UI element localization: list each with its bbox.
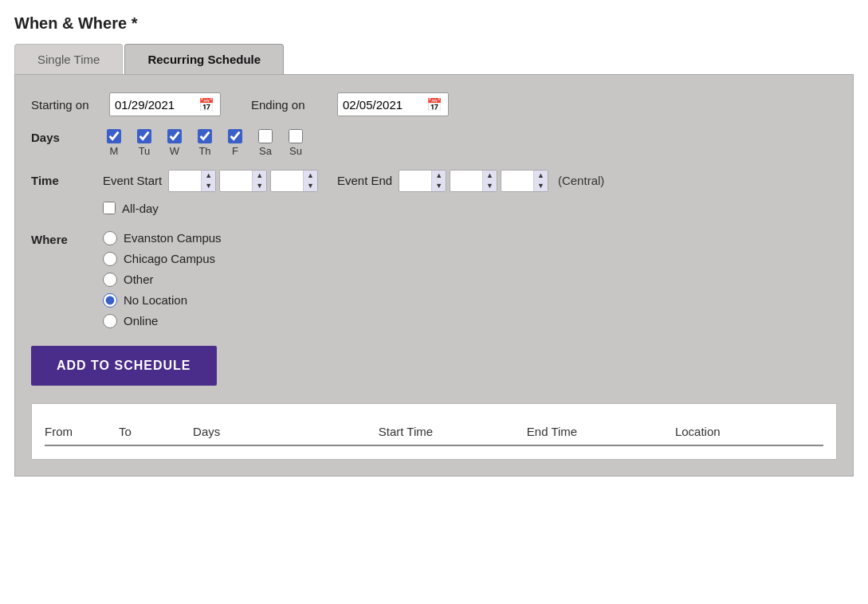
schedule-table-head: From To Days Start Time End Time Locatio… <box>45 418 823 445</box>
event-start-minute-spinners: ▲ ▼ <box>252 171 266 191</box>
where-no-location-label: No Location <box>124 293 187 307</box>
event-end-hour-down[interactable]: ▼ <box>432 181 446 191</box>
where-evanston-label: Evanston Campus <box>124 231 222 245</box>
day-mon-label: M <box>110 145 119 157</box>
day-sun-label: Su <box>289 145 302 157</box>
where-other-label: Other <box>124 273 154 286</box>
event-start-hour-spinners: ▲ ▼ <box>201 171 215 191</box>
where-online-radio[interactable] <box>103 314 117 328</box>
where-evanston-radio[interactable] <box>103 231 117 245</box>
event-start-ampm: ▲ ▼ <box>270 170 318 192</box>
event-start-hour-up[interactable]: ▲ <box>202 171 215 181</box>
where-no-location[interactable]: No Location <box>103 293 222 308</box>
event-start-ampm-up[interactable]: ▲ <box>304 171 317 181</box>
where-online-label: Online <box>124 314 158 327</box>
days-row: Days M Tu W Th <box>31 129 837 157</box>
where-chicago-label: Chicago Campus <box>124 252 215 265</box>
day-wed-checkbox[interactable] <box>167 129 182 143</box>
schedule-table-section: From To Days Start Time End Time Locatio… <box>31 403 837 460</box>
col-start-time: Start Time <box>379 418 527 445</box>
event-start-ampm-input[interactable] <box>271 172 303 190</box>
where-online[interactable]: Online <box>103 314 222 328</box>
date-range-row: Starting on 📅 Ending on 📅 <box>31 92 837 116</box>
tab-recurring-schedule[interactable]: Recurring Schedule <box>124 44 284 74</box>
event-end-minute-down[interactable]: ▼ <box>483 181 497 191</box>
event-end-label: Event End <box>337 174 392 187</box>
event-end-minute-input[interactable] <box>450 172 482 190</box>
day-fri-checkbox[interactable] <box>228 129 242 143</box>
where-options: Evanston Campus Chicago Campus Other No … <box>103 231 222 328</box>
event-end-ampm-input[interactable] <box>501 172 533 190</box>
schedule-table-header-row: From To Days Start Time End Time Locatio… <box>45 418 823 445</box>
where-section: Where Evanston Campus Chicago Campus Oth… <box>31 231 837 328</box>
add-to-schedule-button[interactable]: ADD TO SCHEDULE <box>31 346 217 386</box>
day-thu-label: Th <box>198 145 210 157</box>
ending-on-input[interactable] <box>343 98 422 112</box>
event-end-ampm: ▲ ▼ <box>501 170 548 192</box>
event-start-minute: ▲ ▼ <box>219 170 267 192</box>
days-checkboxes: M Tu W Th F <box>103 129 307 157</box>
day-wed: W <box>163 129 186 157</box>
event-end-minute: ▲ ▼ <box>450 170 497 192</box>
event-start-hour-down[interactable]: ▼ <box>202 181 215 191</box>
event-start-ampm-spinners: ▲ ▼ <box>303 171 317 191</box>
event-end-hour-up[interactable]: ▲ <box>432 171 446 181</box>
where-no-location-radio[interactable] <box>103 293 117 308</box>
allday-label: All-day <box>122 202 159 215</box>
col-end-time: End Time <box>527 418 675 445</box>
day-fri: F <box>224 129 246 157</box>
day-tue-label: Tu <box>139 145 151 157</box>
event-start-hour: ▲ ▼ <box>168 170 216 192</box>
day-tue-checkbox[interactable] <box>137 129 151 143</box>
event-start-minute-up[interactable]: ▲ <box>253 171 266 181</box>
schedule-table: From To Days Start Time End Time Locatio… <box>45 418 823 446</box>
day-sat-checkbox[interactable] <box>258 129 273 143</box>
main-panel: Starting on 📅 Ending on 📅 Days M Tu <box>14 74 854 477</box>
day-sat: Sa <box>254 129 277 157</box>
where-chicago[interactable]: Chicago Campus <box>103 252 222 266</box>
col-location: Location <box>675 418 823 445</box>
event-end-minute-up[interactable]: ▲ <box>483 171 497 181</box>
event-start-ampm-down[interactable]: ▼ <box>304 181 317 191</box>
day-thu: Th <box>194 129 216 157</box>
col-to: To <box>119 418 193 445</box>
allday-checkbox[interactable] <box>103 202 116 214</box>
starting-on-label: Starting on <box>31 98 103 112</box>
event-end-hour-input[interactable] <box>399 172 431 190</box>
time-label: Time <box>31 174 103 187</box>
event-end-hour: ▲ ▼ <box>399 170 446 192</box>
page-title: When & Where * <box>14 14 854 33</box>
days-label: Days <box>31 129 103 144</box>
day-sun-checkbox[interactable] <box>289 129 303 143</box>
where-evanston[interactable]: Evanston Campus <box>103 231 222 245</box>
event-end-ampm-down[interactable]: ▼ <box>534 181 548 191</box>
event-start-minute-down[interactable]: ▼ <box>253 181 266 191</box>
event-end-ampm-up[interactable]: ▲ <box>534 171 548 181</box>
day-wed-label: W <box>170 145 179 157</box>
ending-on-calendar-icon[interactable]: 📅 <box>426 96 443 113</box>
where-other[interactable]: Other <box>103 273 222 287</box>
where-other-radio[interactable] <box>103 273 117 287</box>
event-start-label: Event Start <box>103 174 162 187</box>
event-start-minute-input[interactable] <box>220 172 252 190</box>
col-days: Days <box>193 418 379 445</box>
time-row: Time Event Start ▲ ▼ ▲ ▼ ▲ ▼ Eve <box>31 170 837 192</box>
day-thu-checkbox[interactable] <box>198 129 212 143</box>
tab-single-time[interactable]: Single Time <box>14 44 123 74</box>
event-end-minute-spinners: ▲ ▼ <box>482 171 497 191</box>
day-mon-checkbox[interactable] <box>107 129 121 143</box>
allday-row: All-day <box>103 202 837 215</box>
starting-on-input[interactable] <box>115 98 194 112</box>
event-end-hour-spinners: ▲ ▼ <box>431 171 446 191</box>
tabs: Single Time Recurring Schedule <box>14 44 854 74</box>
timezone-label: (Central) <box>558 174 604 187</box>
col-from: From <box>45 418 119 445</box>
event-start-hour-input[interactable] <box>169 172 201 190</box>
day-tue: Tu <box>133 129 155 157</box>
starting-on-input-wrapper: 📅 <box>109 92 221 116</box>
checkboxes-row: M Tu W Th F <box>103 129 307 157</box>
day-mon: M <box>103 129 125 157</box>
where-chicago-radio[interactable] <box>103 252 117 266</box>
event-end-ampm-spinners: ▲ ▼ <box>533 171 548 191</box>
starting-on-calendar-icon[interactable]: 📅 <box>198 96 215 113</box>
